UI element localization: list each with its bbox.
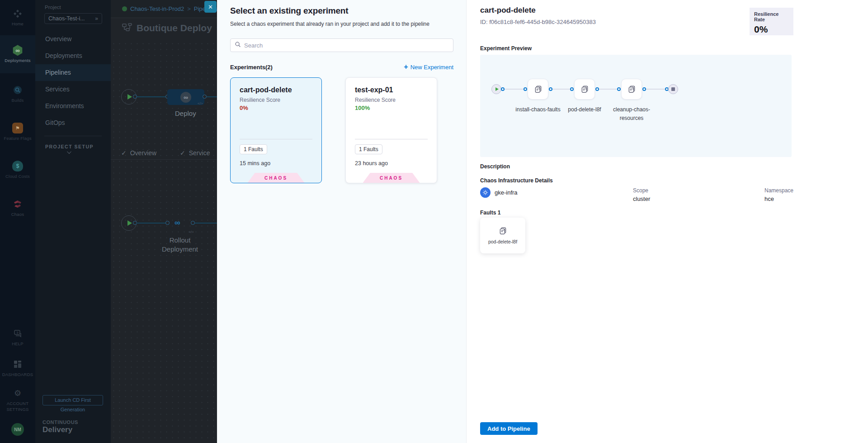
nav-item-home[interactable]: Home — [0, 4, 35, 32]
nav-label: DASHBOARDS — [2, 372, 33, 377]
modal-close-button[interactable]: ✕ — [204, 1, 217, 13]
divider — [240, 139, 312, 139]
nav-label: Builds — [11, 98, 24, 103]
add-to-pipeline-button[interactable]: Add to Pipeline — [480, 422, 538, 435]
namespace-field: Namespace hce — [764, 187, 793, 202]
nav-item-account-settings[interactable]: ⚙ ACCOUNT SETTINGS — [0, 386, 35, 414]
preview-node-cleanup-chaos-resources[interactable] — [621, 79, 642, 100]
feature-flags-icon: ⚑ — [12, 123, 23, 133]
breadcrumb-project[interactable]: Chaos-Test-in-Prod2 — [130, 5, 184, 12]
search-icon — [235, 41, 241, 49]
chaos-icon — [12, 199, 23, 210]
sidebar-item-deployments[interactable]: Deployments — [35, 48, 111, 64]
fault-card-pod-delete-l8f[interactable]: pod-delete-l8f — [480, 218, 525, 253]
resilience-score-label: Resilience Score — [355, 97, 396, 103]
last-run-time: 15 mins ago — [240, 160, 270, 167]
sidebar-item-environments[interactable]: Environments — [35, 98, 111, 114]
nav-label: Feature Flags — [4, 136, 31, 141]
nav-item-help[interactable]: ? HELP — [0, 326, 35, 349]
dashboards-icon — [12, 359, 23, 370]
play-icon — [127, 220, 132, 226]
connector-dot — [133, 95, 137, 99]
modal-subtitle: Select a chaos experiment that already r… — [230, 21, 429, 27]
divider — [44, 136, 102, 136]
experiment-detail-name: cart-pod-delete — [480, 6, 536, 15]
faults-count-label: Faults 1 — [480, 210, 500, 216]
search-input[interactable] — [244, 42, 449, 49]
fault-name: pod-delete-l8f — [488, 239, 517, 244]
rollout-label-1: Rollout — [153, 236, 207, 244]
experiment-preview-label: Experiment Preview — [480, 45, 532, 52]
preview-node-label: install-chaos-faults — [513, 105, 563, 114]
chaos-ribbon: CHAOS — [248, 173, 305, 183]
code-icon: </> — [189, 230, 194, 234]
chevron-right-icon: » — [95, 15, 98, 22]
brand-continuous: CONTINUOUS — [42, 419, 78, 425]
nav-item-dashboards[interactable]: DASHBOARDS — [0, 357, 35, 380]
modal-title: Select an existing experiment — [230, 6, 348, 16]
sidebar-item-overview[interactable]: Overview — [35, 31, 111, 48]
tab-service[interactable]: ✓Service — [180, 149, 210, 157]
connector-line — [137, 96, 168, 97]
sidebar-item-services[interactable]: Services — [35, 81, 111, 98]
project-setup-label: PROJECT SETUP — [45, 144, 94, 149]
nav-item-feature-flags[interactable]: ⚑ Feature Flags — [0, 115, 35, 149]
nav-label: Chaos — [11, 212, 24, 217]
sidebar-item-pipelines[interactable]: Pipelines — [35, 64, 111, 81]
gear-icon: ⚙ — [12, 388, 23, 399]
svg-text:?: ? — [16, 331, 19, 335]
project-selector[interactable]: Chaos-Test-i... » — [44, 13, 102, 24]
nav-item-deployments[interactable]: ∞ Deployments — [0, 35, 35, 73]
connector-dot — [501, 87, 505, 91]
launch-cd-first-gen-button[interactable]: Launch CD First Generation — [42, 395, 103, 405]
faults-badge: 1 Faults — [355, 144, 382, 154]
experiment-card-test-exp-01[interactable]: test-exp-01 Resilience Score 100% 1 Faul… — [345, 77, 437, 183]
pipeline-icon — [122, 23, 132, 33]
experiments-list-header: Experiments(2) + New Experiment — [230, 63, 453, 71]
connector-line — [505, 89, 524, 90]
resilience-rate-label: Resilience Rate — [754, 11, 789, 22]
stop-icon — [671, 87, 675, 91]
experiment-details-pane: cart-pod-delete ID: f06c81c8-fef6-445d-b… — [467, 0, 868, 443]
breadcrumb-sep: > — [187, 5, 191, 12]
project-name: Chaos-Test-i... — [48, 15, 85, 22]
check-icon: ✓ — [180, 149, 185, 157]
app-screen: Home ∞ Deployments Builds ⚑ Feature Flag… — [0, 0, 868, 443]
project-sidebar: Project Chaos-Test-i... » Overview Deplo… — [35, 0, 111, 443]
module-nav: Home ∞ Deployments Builds ⚑ Feature Flag… — [0, 0, 35, 443]
play-icon — [495, 87, 499, 91]
preview-node-label: pod-delete-l8f — [560, 105, 609, 114]
experiments-count: Experiments(2) — [230, 64, 273, 71]
nav-label: Cloud Costs — [5, 174, 30, 179]
description-label: Description — [480, 163, 510, 170]
home-icon — [12, 8, 23, 19]
preview-node-install-chaos-faults[interactable] — [528, 79, 548, 100]
infrastructure-name: gke-infra — [495, 189, 518, 196]
tab-label: Overview — [130, 149, 156, 157]
cd-stage-icon: ∞ — [180, 92, 191, 103]
last-run-time: 23 hours ago — [355, 160, 388, 167]
resilience-score-label: Resilience Score — [240, 97, 280, 103]
user-avatar[interactable]: NM — [0, 422, 35, 437]
project-setup-toggle[interactable]: PROJECT SETUP — [45, 144, 111, 155]
new-experiment-link[interactable]: + New Experiment — [404, 63, 453, 71]
code-icon: </> — [198, 101, 203, 105]
nav-item-chaos[interactable]: Chaos — [0, 191, 35, 225]
connector-dot — [570, 87, 574, 91]
connector-line — [646, 89, 665, 90]
namespace-value: hce — [764, 195, 793, 202]
resilience-rate-value: 0% — [754, 24, 789, 35]
resilience-score-value: 0% — [240, 105, 248, 111]
nav-item-builds[interactable]: Builds — [0, 77, 35, 111]
connector-line — [599, 89, 618, 90]
experiment-name: cart-pod-delete — [240, 86, 292, 94]
nav-item-cloud-costs[interactable]: $ Cloud Costs — [0, 153, 35, 187]
experiment-card-cart-pod-delete[interactable]: cart-pod-delete Resilience Score 0% 1 Fa… — [230, 77, 322, 183]
connector-dot — [595, 87, 599, 91]
preview-node-pod-delete-l8f[interactable] — [574, 79, 595, 100]
rollout-step-icon[interactable]: ∞ — [175, 218, 180, 228]
tab-overview[interactable]: ✓Overview — [121, 149, 156, 157]
step-icon — [627, 85, 636, 94]
play-icon — [127, 94, 132, 100]
sidebar-item-gitops[interactable]: GitOps — [35, 114, 111, 131]
